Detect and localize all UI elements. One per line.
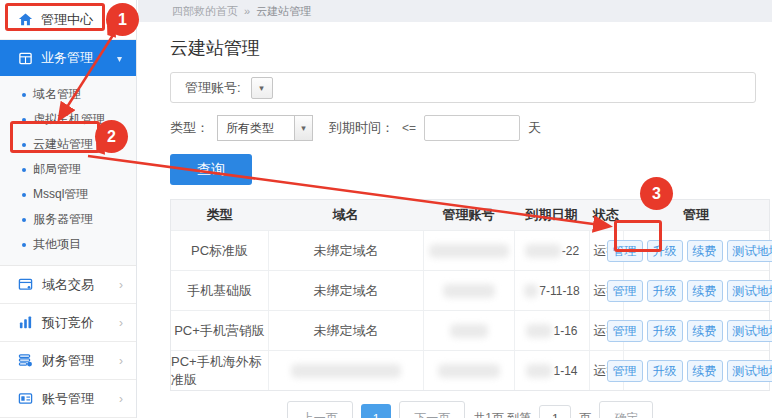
cell-account bbox=[423, 231, 514, 270]
table-row: PC标准版 未绑定域名 -22 运行 管理 升级 续费 测试地址 bbox=[171, 230, 769, 270]
expire-label: 到期时间： bbox=[329, 119, 394, 137]
sidebar-item-other-projects[interactable]: 其他项目 bbox=[0, 232, 136, 257]
cell-expire: 1-14 bbox=[514, 351, 589, 390]
sidebar-item-domain-mgmt[interactable]: 域名管理 bbox=[0, 82, 136, 107]
sidebar-item-cloudsite-mgmt[interactable]: 云建站管理 bbox=[0, 132, 136, 157]
sidebar-item-business[interactable]: 业务管理 ▾ bbox=[0, 40, 136, 76]
expire-unit: 天 bbox=[528, 119, 541, 137]
chevron-right-icon: › bbox=[119, 354, 123, 368]
cell-account bbox=[423, 271, 514, 310]
goto-confirm-button[interactable]: 确定 bbox=[599, 401, 653, 418]
manage-button[interactable]: 管理 bbox=[607, 360, 643, 382]
renew-button[interactable]: 续费 bbox=[687, 360, 723, 382]
sidebar-item-account[interactable]: 账号管理 › bbox=[0, 380, 136, 418]
manage-button[interactable]: 管理 bbox=[607, 320, 643, 342]
sidebar-item-server-mgmt[interactable]: 服务器管理 bbox=[0, 207, 136, 232]
section-label: 账号管理 bbox=[42, 390, 94, 408]
blurred-text bbox=[450, 324, 488, 338]
table-row: PC+手机营销版 未绑定域名 1-16 运行 管理 升级 续费 测试地址 bbox=[171, 310, 769, 350]
sidebar-home-label: 管理中心 bbox=[41, 11, 93, 29]
table-row: PC+手机海外标准版 1-14 运行 管理 升级 续费 测试地址 bbox=[171, 350, 769, 390]
table-header: 类型 域名 管理账号 到期日期 状态 管理 bbox=[171, 200, 769, 230]
cell-actions: 管理 升级 续费 测试地址 bbox=[623, 231, 769, 270]
sidebar-item-finance[interactable]: 财务管理 › bbox=[0, 342, 136, 380]
bullet-icon bbox=[22, 218, 26, 222]
bullet-icon bbox=[22, 243, 26, 247]
pagination-info: 共1页 到第 bbox=[473, 410, 531, 418]
prev-page-button[interactable]: 上一页 bbox=[287, 401, 353, 418]
submenu-label: Mssql管理 bbox=[33, 186, 88, 203]
sidebar-item-bidding[interactable]: 预订竞价 › bbox=[0, 304, 136, 342]
renew-button[interactable]: 续费 bbox=[687, 320, 723, 342]
upgrade-button[interactable]: 升级 bbox=[647, 360, 683, 382]
col-account: 管理账号 bbox=[423, 206, 514, 224]
sidebar-item-vhost-mgmt[interactable]: 虚拟主机管理 bbox=[0, 107, 136, 132]
type-select[interactable]: 所有类型 ▾ bbox=[217, 115, 313, 141]
page-number-active[interactable]: 1 bbox=[361, 404, 392, 418]
breadcrumb-current: 云建站管理 bbox=[256, 4, 311, 19]
sidebar-item-mssql-mgmt[interactable]: Mssql管理 bbox=[0, 182, 136, 207]
renew-button[interactable]: 续费 bbox=[687, 240, 723, 262]
expire-days-input[interactable] bbox=[424, 115, 520, 141]
col-expire: 到期日期 bbox=[514, 206, 589, 224]
section-label: 财务管理 bbox=[42, 352, 94, 370]
cell-account bbox=[423, 351, 514, 390]
cell-actions: 管理 升级 续费 测试地址 bbox=[623, 351, 769, 390]
sidebar-item-domain-trade[interactable]: 域名交易 › bbox=[0, 266, 136, 304]
sidebar-item-management-center[interactable]: 管理中心 bbox=[0, 0, 136, 40]
id-card-icon bbox=[17, 391, 33, 407]
date-fragment: 1-14 bbox=[553, 364, 577, 378]
chevron-right-icon: › bbox=[119, 316, 123, 330]
renew-button[interactable]: 续费 bbox=[687, 280, 723, 302]
cell-expire: -22 bbox=[514, 231, 589, 270]
col-status: 状态 bbox=[589, 206, 623, 224]
account-filter-box: 管理账号: ▾ bbox=[170, 72, 756, 103]
date-fragment: -22 bbox=[562, 244, 579, 258]
coins-icon bbox=[17, 353, 33, 369]
upgrade-button[interactable]: 升级 bbox=[647, 320, 683, 342]
account-select[interactable]: ▾ bbox=[251, 77, 273, 99]
upgrade-button[interactable]: 升级 bbox=[647, 240, 683, 262]
bullet-icon bbox=[22, 118, 26, 122]
manage-button[interactable]: 管理 bbox=[607, 240, 643, 262]
blurred-text bbox=[526, 324, 552, 338]
manage-button[interactable]: 管理 bbox=[607, 280, 643, 302]
blurred-text bbox=[429, 244, 509, 258]
test-url-button[interactable]: 测试地址 bbox=[727, 240, 772, 262]
date-fragment: 1-16 bbox=[553, 324, 577, 338]
submenu-label: 邮局管理 bbox=[33, 161, 81, 178]
blurred-text bbox=[524, 284, 538, 298]
pagination-unit: 页 bbox=[579, 410, 591, 418]
type-filter-row: 类型： 所有类型 ▾ 到期时间： <= 天 bbox=[170, 115, 772, 141]
expire-operator: <= bbox=[402, 121, 416, 135]
next-page-button[interactable]: 下一页 bbox=[399, 401, 465, 418]
test-url-button[interactable]: 测试地址 bbox=[727, 320, 772, 342]
type-label: 类型： bbox=[170, 119, 209, 137]
content-area: 四部救的首页 » 云建站管理 云建站管理 管理账号: ▾ 类型： 所有类型 ▾ … bbox=[138, 0, 772, 418]
breadcrumb-separator: » bbox=[244, 5, 250, 17]
date-fragment: 7-11-18 bbox=[539, 284, 579, 298]
test-url-button[interactable]: 测试地址 bbox=[727, 280, 772, 302]
cell-domain: 未绑定域名 bbox=[268, 271, 423, 310]
cell-type: PC标准版 bbox=[171, 231, 268, 270]
test-url-button[interactable]: 测试地址 bbox=[727, 360, 772, 382]
search-button[interactable]: 查询 bbox=[170, 154, 252, 185]
bullet-icon bbox=[22, 193, 26, 197]
sidebar-item-mail-mgmt[interactable]: 邮局管理 bbox=[0, 157, 136, 182]
sidebar-business-label: 业务管理 bbox=[41, 49, 93, 67]
blurred-text bbox=[438, 364, 500, 378]
page-title: 云建站管理 bbox=[170, 36, 772, 60]
bullet-icon bbox=[22, 143, 26, 147]
bullet-icon bbox=[22, 168, 26, 172]
section-label: 预订竞价 bbox=[42, 314, 94, 332]
breadcrumb-home-link[interactable]: 四部救的首页 bbox=[172, 4, 238, 19]
account-label: 管理账号: bbox=[185, 79, 241, 97]
chevron-down-icon: ▾ bbox=[259, 83, 264, 93]
type-select-value: 所有类型 bbox=[218, 120, 294, 137]
blurred-text bbox=[525, 244, 561, 258]
upgrade-button[interactable]: 升级 bbox=[647, 280, 683, 302]
chevron-right-icon: › bbox=[119, 278, 123, 292]
goto-page-input[interactable] bbox=[539, 405, 571, 418]
pagination: 上一页 1 下一页 共1页 到第 页 确定 bbox=[170, 401, 770, 418]
submenu-label: 其他项目 bbox=[33, 236, 81, 253]
